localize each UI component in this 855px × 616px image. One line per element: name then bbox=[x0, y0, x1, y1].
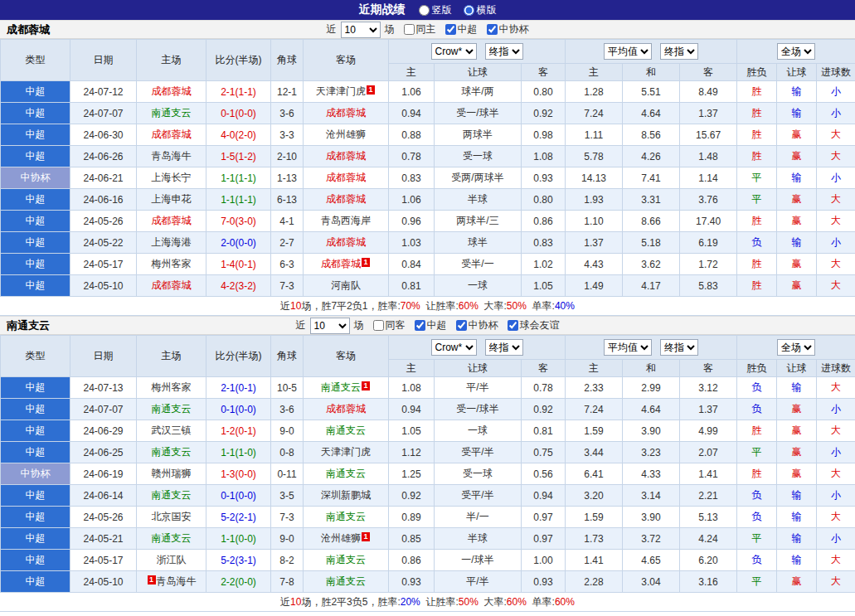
home-team-cell[interactable]: 梅州客家 bbox=[137, 377, 206, 399]
away-team-cell[interactable]: 成都蓉城 bbox=[304, 146, 389, 167]
column-header: 日期 bbox=[70, 40, 137, 81]
corner-cell: 3-6 bbox=[271, 103, 304, 124]
match-date-cell: 24-06-26 bbox=[70, 146, 137, 167]
goals-result-cell: 大 bbox=[817, 254, 855, 275]
filter-checkbox-label: 中超 bbox=[427, 318, 447, 332]
home-team-cell[interactable]: 上海申花 bbox=[137, 189, 206, 211]
home-team-cell[interactable]: 南通支云 bbox=[137, 485, 206, 507]
filter-checkbox-item[interactable]: 中协杯 bbox=[456, 318, 498, 332]
away-team-cell[interactable]: 南通支云 bbox=[304, 571, 389, 593]
filter-checkbox-item[interactable]: 同客 bbox=[373, 318, 406, 332]
away-team-name: 成都蓉城 bbox=[321, 258, 361, 269]
home-team-cell[interactable]: 青岛海牛 bbox=[137, 146, 206, 167]
ah-line-cell: 球半/两 bbox=[435, 81, 522, 103]
ah-home-odds-cell: 0.78 bbox=[389, 146, 435, 167]
away-team-cell[interactable]: 河南队 bbox=[304, 275, 389, 297]
filter-checkbox-item[interactable]: 中超 bbox=[445, 22, 478, 36]
away-team-cell[interactable]: 南通支云 bbox=[304, 550, 389, 571]
corner-cell: 7-3 bbox=[271, 507, 304, 528]
filter-checkbox-item[interactable]: 球会友谊 bbox=[508, 318, 560, 332]
home-team-cell[interactable]: 成都蓉城 bbox=[137, 211, 206, 232]
home-team-cell[interactable]: 1青岛海牛 bbox=[137, 571, 206, 593]
layout-radio-input[interactable] bbox=[464, 5, 474, 16]
euro-source-select[interactable]: 平均值 bbox=[604, 339, 652, 356]
home-team-cell[interactable]: 上海海港 bbox=[137, 232, 206, 254]
handicap-result-cell: 赢 bbox=[777, 254, 817, 275]
scope-control: 全场 bbox=[737, 336, 855, 360]
bookmaker-select[interactable]: Crow* bbox=[431, 43, 477, 60]
away-team-cell[interactable]: 青岛西海岸 bbox=[304, 211, 389, 232]
home-team-cell[interactable]: 南通支云 bbox=[137, 442, 206, 463]
filter-checkbox-item[interactable]: 中协杯 bbox=[487, 22, 529, 36]
column-header: 主 bbox=[566, 360, 623, 377]
away-team-cell[interactable]: 沧州雄狮 bbox=[304, 124, 389, 146]
euro-away-odds-cell: 3.76 bbox=[680, 189, 737, 211]
filter-checkbox[interactable] bbox=[456, 320, 467, 331]
filter-games-label: 场 bbox=[385, 22, 395, 36]
column-header: 和 bbox=[623, 360, 680, 377]
home-team-cell[interactable]: 成都蓉城 bbox=[137, 81, 206, 103]
home-team-cell[interactable]: 南通支云 bbox=[137, 103, 206, 124]
filter-checkbox[interactable] bbox=[445, 24, 456, 35]
home-team-cell[interactable]: 浙江队 bbox=[137, 550, 206, 571]
home-team-cell[interactable]: 南通支云 bbox=[137, 528, 206, 550]
away-team-cell[interactable]: 成都蓉城 bbox=[304, 167, 389, 189]
ah-home-odds-cell: 0.88 bbox=[389, 124, 435, 146]
filter-checkbox[interactable] bbox=[415, 320, 425, 331]
match-row: 中超24-05-22上海海港2-0(0-0)2-7成都蓉城1.03球半0.831… bbox=[1, 232, 855, 254]
euro-draw-odds-cell: 3.31 bbox=[623, 189, 680, 211]
away-team-cell[interactable]: 南通支云1 bbox=[304, 377, 389, 399]
team-name-heading: 南通支云 bbox=[7, 317, 50, 335]
away-team-cell[interactable]: 成都蓉城 bbox=[304, 189, 389, 211]
away-team-cell[interactable]: 南通支云 bbox=[304, 463, 389, 485]
score-cell: 2-2(0-0) bbox=[206, 571, 271, 593]
match-row: 中超24-07-07南通支云0-1(0-0)3-6成都蓉城0.94受一/球半0.… bbox=[1, 103, 855, 124]
recent-count-select[interactable]: 10 bbox=[341, 22, 381, 38]
home-team-cell[interactable]: 赣州瑞狮 bbox=[137, 463, 206, 485]
home-team-cell[interactable]: 上海长宁 bbox=[137, 167, 206, 189]
home-team-cell[interactable]: 北京国安 bbox=[137, 507, 206, 528]
home-team-cell[interactable]: 梅州客家 bbox=[137, 254, 206, 275]
away-team-cell[interactable]: 沧州雄狮1 bbox=[304, 528, 389, 550]
away-team-name: 青岛西海岸 bbox=[321, 215, 371, 226]
handicap-result-cell: 输 bbox=[777, 103, 817, 124]
league-type-cell: 中超 bbox=[1, 399, 70, 420]
layout-radio-input[interactable] bbox=[419, 5, 430, 16]
home-team-cell[interactable]: 成都蓉城 bbox=[137, 275, 206, 297]
away-team-cell[interactable]: 成都蓉城 bbox=[304, 232, 389, 254]
euro-source-select[interactable]: 平均值 bbox=[604, 43, 652, 60]
bookmaker-select[interactable]: Crow* bbox=[431, 339, 477, 356]
euro-period-select[interactable]: 终指 bbox=[660, 339, 698, 356]
away-team-cell[interactable]: 南通支云 bbox=[304, 507, 389, 528]
away-team-cell[interactable]: 成都蓉城1 bbox=[304, 254, 389, 275]
euro-period-select[interactable]: 终指 bbox=[660, 43, 698, 60]
bookmaker-period-select[interactable]: 终指 bbox=[485, 339, 523, 356]
away-team-cell[interactable]: 成都蓉城 bbox=[304, 399, 389, 420]
away-team-cell[interactable]: 成都蓉城 bbox=[304, 103, 389, 124]
match-scope-select[interactable]: 全场 bbox=[777, 339, 815, 356]
ah-line-cell: 受一球 bbox=[435, 463, 522, 485]
match-result-cell: 负 bbox=[737, 399, 777, 420]
filter-checkbox[interactable] bbox=[508, 320, 518, 331]
filter-checkbox[interactable] bbox=[487, 24, 498, 35]
bookmaker-period-select[interactable]: 终指 bbox=[485, 43, 523, 60]
recent-count-select[interactable]: 10 bbox=[310, 318, 350, 334]
home-team-name: 上海长宁 bbox=[152, 172, 192, 183]
layout-radio-1[interactable]: 横版 bbox=[464, 3, 497, 17]
layout-radio-0[interactable]: 竖版 bbox=[419, 3, 452, 17]
home-team-cell[interactable]: 成都蓉城 bbox=[137, 124, 206, 146]
home-team-cell[interactable]: 南通支云 bbox=[137, 399, 206, 420]
filter-bar: 近10场同客中超中协杯球会友谊 bbox=[296, 318, 560, 334]
filter-checkbox-item[interactable]: 同主 bbox=[404, 22, 436, 36]
match-scope-select[interactable]: 全场 bbox=[777, 43, 815, 60]
filter-checkbox[interactable] bbox=[373, 320, 384, 331]
away-team-cell[interactable]: 天津津门虎 bbox=[304, 442, 389, 463]
filter-checkbox-item[interactable]: 中超 bbox=[415, 318, 447, 332]
away-team-cell[interactable]: 南通支云 bbox=[304, 420, 389, 442]
score-cell: 1-3(0-0) bbox=[206, 463, 271, 485]
home-team-cell[interactable]: 武汉三镇 bbox=[137, 420, 206, 442]
filter-checkbox[interactable] bbox=[404, 24, 415, 35]
euro-home-odds-cell: 1.11 bbox=[566, 124, 623, 146]
away-team-cell[interactable]: 天津津门虎1 bbox=[304, 81, 389, 103]
away-team-cell[interactable]: 深圳新鹏城 bbox=[304, 485, 389, 507]
